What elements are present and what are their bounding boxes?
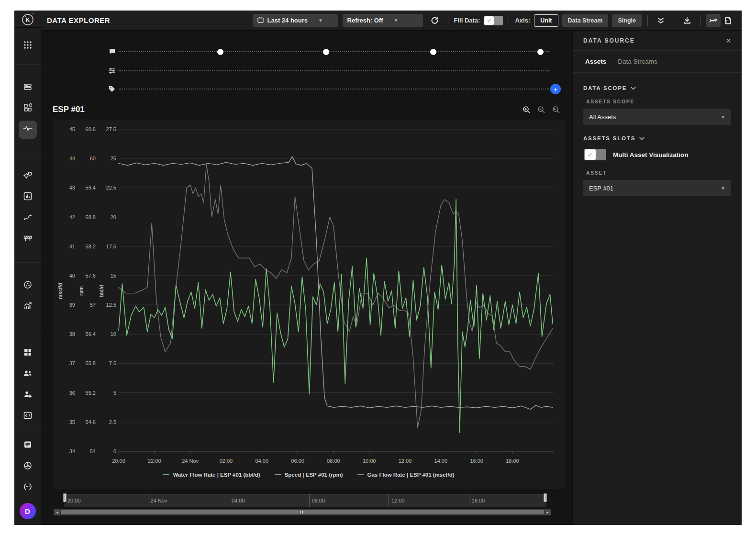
download-button[interactable] (680, 14, 694, 27)
page-title: DATA EXPLORER (47, 16, 110, 24)
legend-label: Water Flow Rate | ESP #01 (bbl/d) (173, 472, 260, 478)
sliders-icon[interactable] (107, 66, 117, 76)
legend-item[interactable]: Speed | ESP #01 (rpm) (275, 472, 343, 478)
user-avatar[interactable]: D (20, 503, 36, 519)
timeline-event-marker[interactable] (323, 49, 329, 55)
sidebar-item-assets[interactable] (19, 78, 37, 97)
legend-label: Gas Flow Rate | ESP #01 (mscf/d) (367, 472, 455, 478)
trend-lines-icon (709, 17, 718, 24)
time-range-select[interactable]: Last 24 hours ▼ (253, 14, 338, 27)
timeline-event-marker[interactable] (537, 49, 544, 55)
chevron-down-icon (631, 87, 636, 90)
axis-mode-single-button[interactable]: Single (612, 14, 642, 27)
legend-item[interactable]: Water Flow Rate | ESP #01 (bbl/d) (163, 472, 260, 478)
close-icon[interactable]: × (726, 36, 731, 45)
series-water-flow (119, 200, 553, 433)
control-changes-timeline[interactable] (119, 70, 549, 71)
sidebar-item-docs[interactable] (19, 436, 37, 455)
time-brush[interactable]: 20:0024 Nov04:0008:0012:0016:00 (65, 494, 545, 507)
kelvin-logo[interactable]: K (14, 11, 41, 28)
sidebar-item-community[interactable] (19, 458, 37, 476)
zoom-reset-button[interactable] (552, 106, 560, 114)
y-tick-label: 35 (69, 419, 75, 425)
legend-item[interactable]: Gas Flow Rate | ESP #01 (mscf/d) (357, 472, 455, 478)
y-tick-label: 7.5 (109, 360, 116, 366)
trend-view-button[interactable] (706, 14, 721, 27)
y-tick-label: 56.4 (86, 331, 96, 337)
tab-assets[interactable]: Assets (585, 58, 606, 65)
sidebar-item-developer[interactable] (19, 407, 37, 425)
sidebar-item-clusters[interactable] (19, 277, 37, 295)
timeline-event-marker[interactable] (430, 49, 436, 55)
y-tick-label: 55.8 (86, 360, 96, 366)
sidebar-item-pipelines[interactable] (19, 209, 37, 227)
axis-mode-unit-button[interactable]: Unit (534, 14, 558, 27)
sidebar-item-api[interactable] (19, 479, 37, 497)
scroll-left-arrow[interactable]: ◂ (54, 510, 60, 515)
fill-data-toggle[interactable]: ✓ (484, 16, 503, 25)
brush-tick-label: 24 Nov (148, 494, 167, 507)
scroll-right-arrow[interactable]: ▸ (545, 510, 551, 515)
chart-title: ESP #01 (53, 105, 85, 114)
timeline-event-marker[interactable] (217, 49, 223, 55)
panel-title: DATA SOURCE (583, 37, 635, 44)
comments-timeline[interactable] (119, 51, 549, 52)
sidebar-item-apps[interactable] (19, 37, 37, 55)
y-tick-label: 54.6 (86, 419, 96, 425)
sidebar-item-applications[interactable] (19, 100, 37, 118)
horizontal-scrollbar[interactable]: ◂ ▸ (54, 509, 551, 515)
data-scope-section-header[interactable]: DATA SCOPE (583, 85, 731, 91)
chevron-down-icon (639, 137, 645, 140)
chart-canvas[interactable]: 454443424140393837363534mscf/d60.66059.4… (53, 120, 565, 489)
scrollbar-grip (300, 511, 305, 514)
tab-data-streams[interactable]: Data Streams (618, 58, 657, 65)
wheel-icon (23, 461, 32, 472)
tag-icon[interactable] (107, 84, 117, 94)
x-tick-label: 14:00 (434, 458, 448, 464)
file-icon (724, 17, 732, 24)
main-content: + ESP #01 454443424140393837363534mscf/d… (41, 31, 572, 525)
double-chevron-down-icon (657, 17, 665, 24)
axis-mode-label: Axis: (515, 17, 530, 24)
zoom-in-button[interactable] (523, 106, 531, 114)
y-tick-label: 37 (69, 360, 75, 366)
legend-dash-icon (163, 474, 169, 475)
sidebar-item-dashboards[interactable] (19, 344, 37, 362)
series-speed (119, 156, 553, 409)
sidebar-item-components[interactable] (19, 167, 37, 185)
refresh-select[interactable]: Refresh: Off ▼ (343, 14, 423, 27)
multi-asset-label: Multi Asset Visualization (613, 151, 689, 158)
collapse-all-button[interactable] (654, 14, 668, 27)
zoom-out-button[interactable] (537, 106, 545, 114)
multi-asset-toggle[interactable]: ✓ (584, 149, 606, 160)
axis-mode-datastream-button[interactable]: Data Stream (562, 14, 609, 27)
brush-tick-label: 12:00 (389, 494, 405, 507)
report-button[interactable] (721, 14, 735, 27)
scrollbar-thumb[interactable] (61, 510, 544, 514)
tags-timeline[interactable] (119, 89, 549, 89)
check-icon: ✓ (487, 17, 491, 24)
sidebar-item-maintenance[interactable] (19, 230, 37, 248)
comment-icon[interactable] (107, 47, 117, 56)
sidebar-item-analytics[interactable] (19, 188, 37, 206)
refresh-button[interactable] (428, 14, 442, 27)
add-tag-button[interactable]: + (550, 84, 561, 94)
assets-scope-select[interactable]: All Assets ▼ (583, 109, 731, 125)
sidebar-item-users[interactable] (19, 365, 37, 383)
assets-slots-section-header[interactable]: ASSETS SLOTS (583, 135, 731, 141)
chart-panel: 454443424140393837363534mscf/d60.66059.4… (53, 120, 565, 489)
y-tick-label: 22.5 (106, 185, 116, 190)
divider (674, 15, 674, 26)
y-tick-label: 58.8 (86, 214, 96, 220)
chart-header: ESP #01 (53, 102, 560, 117)
waveform-icon (23, 124, 33, 135)
brush-handle-right[interactable] (544, 493, 547, 502)
y-axis-unit-label: rpm (78, 286, 84, 296)
asset-select[interactable]: ESP #01 ▼ (583, 180, 731, 196)
sidebar-item-user-settings[interactable] (19, 386, 37, 404)
assets-slots-label: ASSETS SLOTS (583, 135, 635, 141)
brush-tick-label: 16:00 (469, 494, 485, 507)
sidebar-item-insights[interactable] (19, 298, 37, 316)
x-tick-label: 02:00 (220, 458, 233, 464)
sidebar-item-data-explorer[interactable] (19, 121, 37, 139)
